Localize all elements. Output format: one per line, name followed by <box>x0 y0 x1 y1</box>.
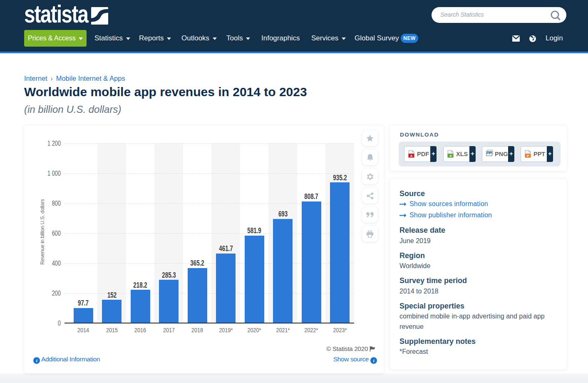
svg-text:P: P <box>527 154 529 157</box>
svg-text:X: X <box>449 154 452 158</box>
svg-text:A: A <box>410 154 412 157</box>
